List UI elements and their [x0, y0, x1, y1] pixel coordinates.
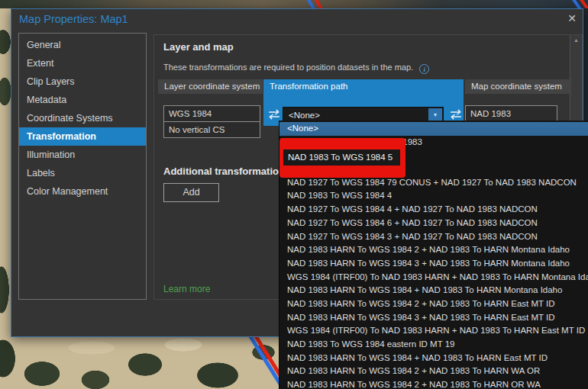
dropdown-item-nad-1983-harn-to-wgs-1984-3-nad-1983-to-[interactable]: NAD 1983 HARN To WGS 1984 3 + NAD 1983 T…: [279, 311, 588, 325]
dialog-title: Map Properties: Map1: [19, 13, 128, 25]
dropdown-item-nad-1983-harn-to-wgs-1984-nad-1983-to-ha[interactable]: NAD 1983 HARN To WGS 1984 + NAD 1983 To …: [279, 284, 588, 297]
sidebar-item-transformation[interactable]: Transformation: [19, 127, 146, 146]
layer-vertical-cs-value: No vertical CS: [163, 121, 260, 138]
sidebar: GeneralExtentClip LayersMetadataCoordina…: [18, 33, 147, 300]
close-icon[interactable]: ✕: [564, 11, 580, 26]
dropdown-item-nad-1983-harn-to-wgs-1984-3-nad-1983-to-[interactable]: NAD 1983 HARN To WGS 1984 3 + NAD 1983 T…: [279, 257, 588, 271]
additional-transformations-title: Additional transformations: [163, 166, 290, 177]
add-button[interactable]: Add: [163, 183, 219, 202]
dropdown-item-nad-1927-to-wgs-1984-6-nad-1927-to-nad-1[interactable]: NAD 1927 To WGS 1984 6 + NAD 1927 To NAD…: [279, 217, 588, 230]
dropdown-item-nad-1927-to-wgs-1984-79-conus-nad-1927-t[interactable]: NAD 1927 To WGS 1984 79 CONUS + NAD 1927…: [279, 176, 588, 190]
swap-arrows-icon[interactable]: [267, 108, 282, 121]
combobox-value: <None>: [289, 111, 320, 120]
dropdown-item-nad-1983-to-wgs-1984-eastern-id-mt-19[interactable]: NAD 1983 To WGS 1984 eastern ID MT 19: [279, 338, 588, 352]
column-header-transformation-path[interactable]: Transformation path: [270, 79, 347, 94]
dropdown-item-wgs-1984-itrf00-to-nad-1983-harn-nad-198[interactable]: WGS 1984 (ITRF00) To NAD 1983 HARN + NAD…: [279, 324, 588, 338]
dropdown-item-nad-1983-harn-to-wgs-1984-2-nad-1983-to-[interactable]: NAD 1983 HARN To WGS 1984 2 + NAD 1983 T…: [279, 378, 588, 389]
sidebar-item-labels[interactable]: Labels: [19, 164, 146, 182]
annotation-red-box: NAD 1983 To WGS 1984 5: [279, 138, 405, 178]
section-title: Layer and map: [163, 41, 234, 53]
layer-cs-value: WGS 1984: [163, 105, 260, 122]
dropdown-item-nad-1983-harn-to-wgs-1984-2-nad-1983-to-[interactable]: NAD 1983 HARN To WGS 1984 2 + NAD 1983 T…: [279, 243, 588, 257]
sidebar-item-clip-layers[interactable]: Clip Layers: [19, 72, 146, 91]
sidebar-item-extent[interactable]: Extent: [19, 54, 146, 72]
swap-arrows-icon[interactable]: [448, 108, 464, 121]
column-header-map-cs[interactable]: Map coordinate system: [465, 79, 571, 94]
learn-more-link[interactable]: Learn more: [163, 284, 210, 294]
sidebar-item-illumination[interactable]: Illumination: [19, 146, 146, 164]
dropdown-item-none[interactable]: <None>: [279, 122, 588, 136]
map-imagery-top-strip: [0, 0, 588, 8]
section-description: These transformations are required to po…: [163, 63, 429, 74]
screen: Map Properties: Map1 ✕ GeneralExtentClip…: [0, 0, 588, 389]
map-cs-value: NAD 1983: [465, 105, 557, 122]
sidebar-item-general[interactable]: General: [19, 36, 146, 54]
column-header-layer-cs[interactable]: Layer coordinate system: [158, 79, 263, 94]
sidebar-item-coordinate-systems[interactable]: Coordinate Systems: [19, 109, 146, 127]
dropdown-item-nad-1983-harn-to-wgs-1984-nad-1983-to-ha[interactable]: NAD 1983 HARN To WGS 1984 + NAD 1983 To …: [279, 352, 588, 365]
dropdown-item-nad-1927-to-wgs-1984-3-nad-1927-to-nad-1[interactable]: NAD 1927 To WGS 1984 3 + NAD 1927 To NAD…: [279, 230, 588, 244]
dropdown-item-wgs-1984-itrf00-to-nad-1983-harn-nad-198[interactable]: WGS 1984 (ITRF00) To NAD 1983 HARN + NAD…: [279, 271, 588, 285]
dropdown-item-nad-1927-to-wgs-1984-4-nad-1927-to-nad-1[interactable]: NAD 1927 To WGS 1984 4 + NAD 1927 To NAD…: [279, 203, 588, 217]
sidebar-item-color-management[interactable]: Color Management: [19, 182, 146, 201]
description-text: These transformations are required to po…: [163, 63, 413, 72]
info-icon[interactable]: i: [419, 64, 429, 74]
dropdown-item-nad-1983-harn-to-wgs-1984-2-nad-1983-to-[interactable]: NAD 1983 HARN To WGS 1984 2 + NAD 1983 T…: [279, 297, 588, 311]
annotation-highlighted-item: NAD 1983 To WGS 1984 5: [283, 149, 400, 166]
dropdown-item-nad-1983-harn-to-wgs-1984-2-nad-1983-to-[interactable]: NAD 1983 HARN To WGS 1984 2 + NAD 1983 T…: [279, 365, 588, 378]
dropdown-item-nad-1983-to-wgs-1984-4[interactable]: NAD 1983 To WGS 1984 4: [279, 189, 588, 203]
scroll-up-icon[interactable]: ▲: [570, 37, 582, 44]
sidebar-item-metadata[interactable]: Metadata: [19, 91, 146, 109]
